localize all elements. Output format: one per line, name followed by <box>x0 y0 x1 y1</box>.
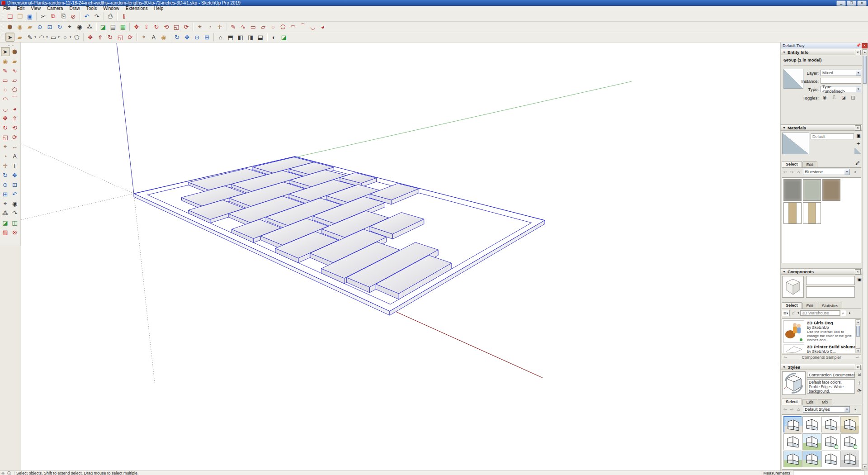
tape-measure-tool[interactable]: ⌖ <box>1 142 10 151</box>
model-info-tool[interactable]: ▤ <box>108 22 118 31</box>
save-tool[interactable]: ▣ <box>25 12 34 21</box>
chevron-down-icon[interactable]: ▼ <box>856 86 861 92</box>
chevron-down-icon[interactable]: ▼ <box>46 36 48 38</box>
position-camera-tool[interactable]: ⌖ <box>1 199 10 208</box>
toolbar-grip[interactable] <box>2 23 4 30</box>
tape-measure-tool[interactable]: ⌖ <box>195 22 204 31</box>
style-thumbnail-2[interactable] <box>802 416 821 432</box>
styles-tab-mix[interactable]: Mix <box>818 399 832 405</box>
top-view-tool[interactable]: ⬒ <box>226 33 235 42</box>
pin-icon[interactable]: 📌 <box>856 43 861 48</box>
3d-text-tool[interactable]: T <box>10 161 19 170</box>
home-icon[interactable]: ⌂ <box>795 406 802 413</box>
material-swatch-bluestone-beige-plank[interactable] <box>803 202 821 224</box>
offset-tool[interactable]: ⟳ <box>182 22 191 31</box>
scroll-down-icon[interactable]: ▼ <box>856 348 860 353</box>
toggle-receive-shadows-icon[interactable]: ◫ <box>849 94 857 100</box>
line-tool[interactable]: ✎ <box>229 22 238 31</box>
style-thumbnail-5[interactable] <box>783 433 802 450</box>
arc-tool[interactable]: ◠ <box>1 95 10 104</box>
menu-help[interactable]: Help <box>151 6 167 11</box>
material-swatch-bluestone-brown[interactable] <box>822 179 840 201</box>
rotated-rectangle-tool[interactable]: ▱ <box>259 22 268 31</box>
search-icon[interactable]: ⌕ <box>840 310 846 316</box>
line-tool[interactable]: ✎ <box>1 66 10 75</box>
components-list-scrollbar[interactable]: ▲ ▼ <box>855 319 861 353</box>
pan-tool[interactable]: ✥ <box>10 171 19 180</box>
style-thumbnail-6[interactable] <box>802 433 821 450</box>
component-item-name[interactable]: 3D Printer Build Volume <box>807 344 856 349</box>
styles-tab-edit[interactable]: Edit <box>802 399 818 405</box>
components-tab-edit[interactable]: Edit <box>802 303 818 309</box>
rotated-rectangle-tool[interactable]: ▱ <box>10 76 19 85</box>
paint-bucket-tool[interactable]: ◉ <box>15 22 24 31</box>
scale-tool[interactable]: ◱ <box>1 133 10 142</box>
rectangle-tool[interactable]: ▭ <box>1 76 10 85</box>
eraser-tool[interactable]: ▰ <box>15 33 24 42</box>
text-tool[interactable]: A <box>149 33 158 42</box>
style-thumbnail-1[interactable] <box>783 416 802 432</box>
zoom-window-tool[interactable]: ⊡ <box>45 22 54 31</box>
polygon-tool[interactable]: ⬠ <box>278 22 288 31</box>
rotate-tool[interactable]: ↻ <box>152 22 161 31</box>
position-camera-tool[interactable]: ⌖ <box>65 22 74 31</box>
generate-report-tool[interactable]: ▦ <box>118 22 127 31</box>
layer-dropdown[interactable]: Mixed▼ <box>821 70 861 76</box>
arc-tool[interactable]: ◠ <box>288 22 297 31</box>
look-around-tool[interactable]: ◉ <box>75 22 84 31</box>
view-options-icon[interactable]: ⊞▾ <box>782 310 790 316</box>
dimension-tool[interactable]: ↔ <box>10 142 19 151</box>
menu-extensions[interactable]: Extensions <box>123 6 151 11</box>
move-tool[interactable]: ✥ <box>86 33 95 42</box>
pie-tool[interactable]: ◕ <box>10 104 19 113</box>
chevron-down-icon[interactable]: ▼ <box>856 70 861 76</box>
two-point-arc-tool[interactable]: ⌒ <box>298 22 307 31</box>
orbit-tool[interactable]: ↻ <box>173 33 182 42</box>
toolbar-grip[interactable] <box>2 13 4 20</box>
section-plane-tool[interactable]: ◪ <box>1 218 10 227</box>
instance-field[interactable] <box>821 78 861 84</box>
offset-tool[interactable]: ⟳ <box>10 133 19 142</box>
right-view-tool[interactable]: ◨ <box>246 33 255 42</box>
chevron-down-icon[interactable]: ▼ <box>69 36 72 38</box>
styles-collection-dropdown[interactable]: Default Styles▼ <box>803 406 850 413</box>
section-fill-tool[interactable]: ▨ <box>1 228 10 237</box>
chevron-down-icon[interactable]: ▼ <box>797 310 800 316</box>
home-icon[interactable]: ⌂ <box>790 310 797 316</box>
material-swatch-bluestone-light[interactable] <box>803 179 821 201</box>
make-component-tool[interactable]: ⬢ <box>5 22 14 31</box>
style-thumbnail-4[interactable] <box>840 416 859 432</box>
rectangle-tool[interactable]: ▭ <box>249 22 258 31</box>
paint-bucket-tool[interactable]: ◉ <box>1 57 10 66</box>
three-point-arc-tool[interactable]: ◡ <box>1 104 10 113</box>
create-style-icon[interactable]: 🜊 <box>856 380 863 386</box>
style-thumbnail-3[interactable] <box>821 416 840 432</box>
iso-view-tool[interactable]: ⌂ <box>216 33 225 42</box>
cut-tool[interactable]: ✂ <box>39 12 48 21</box>
create-material-icon[interactable]: 🜊 <box>855 140 862 147</box>
text-tool[interactable]: A <box>10 152 19 161</box>
geolocation-icon[interactable]: ◎ <box>1 471 5 475</box>
entity-info-close-button[interactable]: ✕ <box>855 50 861 55</box>
materials-collection-dropdown[interactable]: Bluestone▼ <box>803 169 850 175</box>
scale-tool[interactable]: ◱ <box>172 22 181 31</box>
circle-tool[interactable]: ○ <box>61 33 70 42</box>
eraser-tool[interactable]: ▰ <box>10 57 19 66</box>
section-display-tool[interactable]: ◫ <box>10 218 19 227</box>
styles-tab-select[interactable]: Select <box>782 399 802 405</box>
prev-page-icon[interactable]: ⇦ <box>782 355 789 360</box>
front-view-tool[interactable]: ◧ <box>236 33 245 42</box>
model-viewport[interactable] <box>21 43 780 470</box>
chevron-down-icon[interactable]: ▼ <box>844 407 849 412</box>
component-item-name[interactable]: 2D Girls Dog <box>807 320 856 325</box>
forward-arrow-icon[interactable]: ⇨ <box>788 406 795 413</box>
scale-tool[interactable]: ◱ <box>116 33 125 42</box>
material-swatch-bluestone-gray[interactable] <box>783 179 802 201</box>
style-thumbnail-7[interactable] <box>821 433 840 450</box>
two-point-arc-tool[interactable]: ⌒ <box>10 95 19 104</box>
view-rotate-tool[interactable]: ⊗ <box>10 228 19 237</box>
back-arrow-icon[interactable]: ⇦ <box>782 169 788 175</box>
chevron-down-icon[interactable]: ▼ <box>844 169 849 175</box>
rotate-tool[interactable]: ↻ <box>106 33 115 42</box>
materials-tab-select[interactable]: Select <box>782 161 802 167</box>
